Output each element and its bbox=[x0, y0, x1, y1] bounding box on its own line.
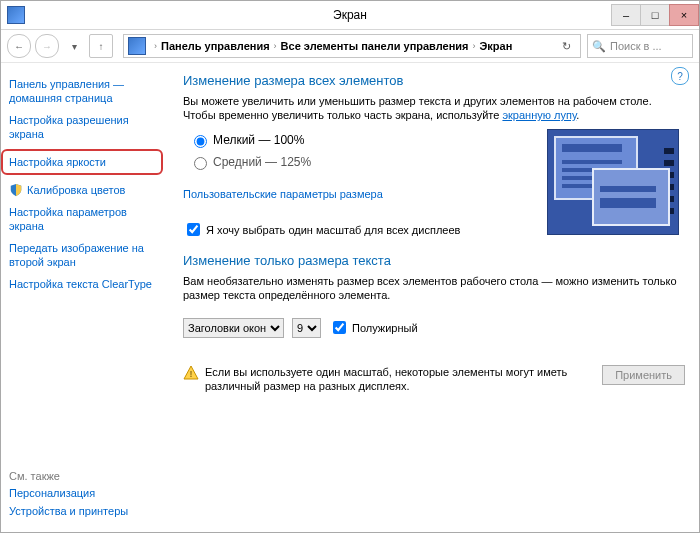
section-resize-all-desc: Вы можете увеличить или уменьшить размер… bbox=[183, 94, 685, 122]
font-size-select[interactable]: 9 bbox=[292, 318, 321, 338]
close-button[interactable]: × bbox=[669, 4, 699, 26]
address-bar: ← → ▾ ↑ › Панель управления › Все элемен… bbox=[1, 30, 699, 63]
maximize-button[interactable]: □ bbox=[640, 4, 670, 26]
refresh-icon[interactable]: ↻ bbox=[556, 40, 576, 53]
app-icon bbox=[7, 6, 25, 24]
breadcrumb-sep: › bbox=[274, 41, 277, 51]
apply-button[interactable]: Применить bbox=[602, 365, 685, 385]
breadcrumb-item[interactable]: Все элементы панели управления bbox=[281, 40, 469, 52]
nav-back-button[interactable]: ← bbox=[7, 34, 31, 58]
section-text-size-title: Изменение только размера текста bbox=[183, 253, 685, 268]
sidebar-item-home[interactable]: Панель управления — домашняя страница bbox=[9, 77, 161, 105]
minimize-button[interactable]: – bbox=[611, 4, 641, 26]
search-icon: 🔍 bbox=[592, 40, 606, 53]
see-also-personalization[interactable]: Персонализация bbox=[9, 486, 161, 500]
window: Экран – □ × ← → ▾ ↑ › Панель управления … bbox=[0, 0, 700, 533]
preview-illustration bbox=[547, 129, 679, 235]
recent-dropdown-icon[interactable]: ▾ bbox=[63, 35, 85, 57]
magnifier-link[interactable]: экранную лупу bbox=[502, 109, 576, 121]
breadcrumb-item[interactable]: Экран bbox=[480, 40, 513, 52]
sidebar-item-resolution[interactable]: Настройка разрешения экрана bbox=[9, 113, 161, 141]
breadcrumb-icon bbox=[128, 37, 146, 55]
window-title: Экран bbox=[333, 8, 367, 22]
search-placeholder: Поиск в ... bbox=[610, 40, 662, 52]
section-text-size-desc: Вам необязательно изменять размер всех э… bbox=[183, 274, 685, 302]
sidebar-item-color-calibration[interactable]: Калибровка цветов bbox=[9, 183, 161, 197]
sidebar: Панель управления — домашняя страница На… bbox=[1, 63, 169, 532]
shield-icon bbox=[9, 183, 23, 197]
scale-radio-125-input[interactable] bbox=[194, 157, 207, 170]
custom-size-link[interactable]: Пользовательские параметры размера bbox=[183, 188, 383, 200]
see-also-devices-printers[interactable]: Устройства и принтеры bbox=[9, 504, 161, 518]
warning-icon: ! bbox=[183, 365, 199, 381]
breadcrumb-item[interactable]: Панель управления bbox=[161, 40, 270, 52]
see-also-header: См. также bbox=[9, 470, 161, 482]
sidebar-item-cleartype[interactable]: Настройка текста ClearType bbox=[9, 277, 161, 291]
bold-checkbox-row[interactable]: Полужирный bbox=[329, 318, 418, 337]
svg-text:!: ! bbox=[190, 369, 193, 379]
search-input[interactable]: 🔍 Поиск в ... bbox=[587, 34, 693, 58]
titlebar: Экран – □ × bbox=[1, 1, 699, 30]
nav-forward-button[interactable]: → bbox=[35, 34, 59, 58]
same-scale-checkbox[interactable] bbox=[187, 223, 200, 236]
element-select[interactable]: Заголовки окон bbox=[183, 318, 284, 338]
bold-checkbox[interactable] bbox=[333, 321, 346, 334]
sidebar-item-project[interactable]: Передать изображение на второй экран bbox=[9, 241, 161, 269]
scale-radio-100-input[interactable] bbox=[194, 135, 207, 148]
sidebar-item-brightness[interactable]: Настройка яркости bbox=[1, 149, 163, 175]
breadcrumb[interactable]: › Панель управления › Все элементы панел… bbox=[123, 34, 581, 58]
nav-up-button[interactable]: ↑ bbox=[89, 34, 113, 58]
breadcrumb-sep: › bbox=[154, 41, 157, 51]
sidebar-item-display-settings[interactable]: Настройка параметров экрана bbox=[9, 205, 161, 233]
section-resize-all-title: Изменение размера всех элементов bbox=[183, 73, 685, 88]
help-icon[interactable]: ? bbox=[671, 67, 689, 85]
breadcrumb-sep: › bbox=[473, 41, 476, 51]
content-pane: ? Изменение размера всех элементов Вы мо… bbox=[169, 63, 699, 532]
warning-text: Если вы используете один масштаб, некото… bbox=[205, 365, 602, 393]
